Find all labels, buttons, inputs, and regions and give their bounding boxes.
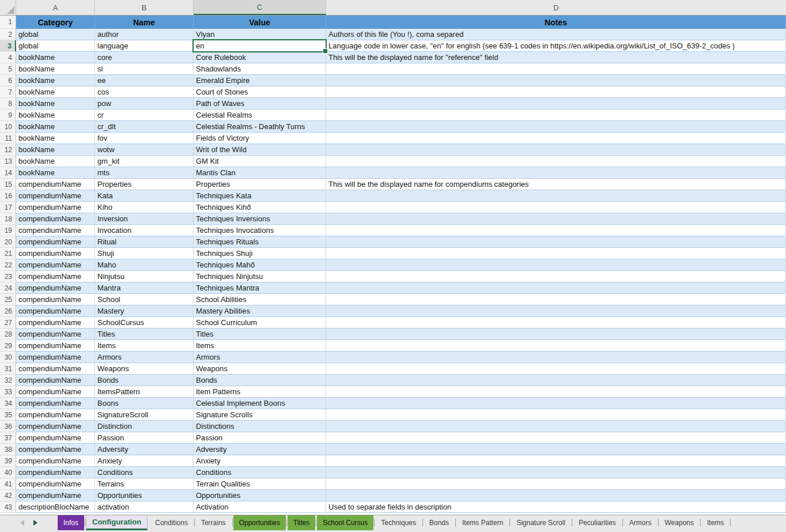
cell-B36[interactable]: Distinction: [95, 421, 194, 432]
cell-B32[interactable]: Bonds: [95, 375, 194, 386]
cell-C16[interactable]: Techniques Kata: [194, 190, 326, 202]
row-header-31[interactable]: 31: [0, 363, 16, 375]
cell-D10[interactable]: [326, 121, 786, 133]
cell-A3[interactable]: global: [16, 40, 95, 52]
cell-D23[interactable]: [326, 271, 786, 282]
row-header-27[interactable]: 27: [0, 317, 16, 329]
cell-A30[interactable]: compendiumName: [16, 352, 95, 363]
cell-C19[interactable]: Techniques Invocations: [194, 225, 326, 236]
cell-D41[interactable]: [326, 478, 786, 490]
cell-D13[interactable]: [326, 156, 786, 167]
sheet-tab-signature-scroll[interactable]: Signature Scroll: [511, 515, 571, 530]
row-header-3[interactable]: 3: [0, 40, 16, 52]
sheet-tab-infos[interactable]: Infos: [58, 515, 84, 530]
cell-D42[interactable]: [326, 490, 786, 501]
row-header-37[interactable]: 37: [0, 432, 16, 444]
cell-B5[interactable]: sl: [95, 63, 194, 75]
cell-A5[interactable]: bookName: [16, 63, 95, 75]
cell-A22[interactable]: compendiumName: [16, 259, 95, 271]
row-header-4[interactable]: 4: [0, 52, 16, 63]
cell-D38[interactable]: [326, 444, 786, 455]
cell-D8[interactable]: [326, 98, 786, 110]
cell-D6[interactable]: [326, 75, 786, 86]
row-header-43[interactable]: 43: [0, 501, 16, 513]
cell-A21[interactable]: compendiumName: [16, 248, 95, 259]
cell-D3[interactable]: Language code in lower case, "en" for en…: [326, 40, 786, 52]
row-header-35[interactable]: 35: [0, 409, 16, 421]
cell-D43[interactable]: Used to separate fields in description: [326, 501, 786, 513]
cell-B31[interactable]: Weapons: [95, 363, 194, 375]
cell-B10[interactable]: cr_dlt: [95, 121, 194, 133]
row-header-22[interactable]: 22: [0, 259, 16, 271]
cell-A26[interactable]: compendiumName: [16, 305, 95, 317]
cell-A23[interactable]: compendiumName: [16, 271, 95, 282]
cell-C21[interactable]: Techniques Shuji: [194, 248, 326, 259]
cell-B28[interactable]: Titles: [95, 329, 194, 340]
cell-C14[interactable]: Mantis Clan: [194, 167, 326, 179]
scroll-tabs-right-icon[interactable]: [33, 520, 37, 526]
cell-D29[interactable]: [326, 340, 786, 352]
cell-B14[interactable]: mts: [95, 167, 194, 179]
cell-D32[interactable]: [326, 375, 786, 386]
cell-A28[interactable]: compendiumName: [16, 329, 95, 340]
row-header-24[interactable]: 24: [0, 282, 16, 294]
cell-C8[interactable]: Path of Waves: [194, 98, 326, 110]
cell-C32[interactable]: Bonds: [194, 375, 326, 386]
select-all-corner[interactable]: [0, 0, 16, 15]
cell-B11[interactable]: fov: [95, 133, 194, 144]
cell-A15[interactable]: compendiumName: [16, 179, 95, 190]
cell-D2[interactable]: Authors of this file (You !), coma separ…: [326, 29, 786, 40]
cell-C15[interactable]: Properties: [194, 179, 326, 190]
cell-B3[interactable]: language: [95, 40, 194, 52]
cell-A13[interactable]: bookName: [16, 156, 95, 167]
column-header-B[interactable]: B: [95, 0, 194, 15]
cell-D39[interactable]: [326, 455, 786, 467]
row-header-36[interactable]: 36: [0, 421, 16, 432]
cell-B23[interactable]: Ninjutsu: [95, 271, 194, 282]
cell-A38[interactable]: compendiumName: [16, 444, 95, 455]
cell-B18[interactable]: Inversion: [95, 213, 194, 225]
cell-B13[interactable]: gm_kit: [95, 156, 194, 167]
cell-C17[interactable]: Techniques Kihő: [194, 202, 326, 213]
row-header-8[interactable]: 8: [0, 98, 16, 110]
cell-C41[interactable]: Terrain Qualities: [194, 478, 326, 490]
cell-B17[interactable]: Kiho: [95, 202, 194, 213]
cell-A37[interactable]: compendiumName: [16, 432, 95, 444]
cell-D26[interactable]: [326, 305, 786, 317]
cell-C24[interactable]: Techniques Mantra: [194, 282, 326, 294]
cell-B16[interactable]: Kata: [95, 190, 194, 202]
cell-B30[interactable]: Armors: [95, 352, 194, 363]
cell-A19[interactable]: compendiumName: [16, 225, 95, 236]
cell-D4[interactable]: This will be the displayed name for "ref…: [326, 52, 786, 63]
cell-C20[interactable]: Techniques Rituals: [194, 236, 326, 248]
cell-B7[interactable]: cos: [95, 86, 194, 98]
cell-D40[interactable]: [326, 467, 786, 478]
cell-D18[interactable]: [326, 213, 786, 225]
sheet-tab-items-pattern[interactable]: Items Pattern: [456, 515, 509, 530]
sheet-tab-techniques[interactable]: Techniques: [375, 515, 422, 530]
cell-A2[interactable]: global: [16, 29, 95, 40]
row-header-19[interactable]: 19: [0, 225, 16, 236]
cell-B12[interactable]: wotw: [95, 144, 194, 156]
row-header-42[interactable]: 42: [0, 490, 16, 501]
cell-C31[interactable]: Weapons: [194, 363, 326, 375]
cell-D16[interactable]: [326, 190, 786, 202]
header-cell-value[interactable]: Value: [194, 16, 326, 29]
cell-D33[interactable]: [326, 386, 786, 398]
row-header-17[interactable]: 17: [0, 202, 16, 213]
row-header-26[interactable]: 26: [0, 305, 16, 317]
cell-B33[interactable]: ItemsPattern: [95, 386, 194, 398]
row-header-28[interactable]: 28: [0, 329, 16, 340]
cell-C33[interactable]: Item Patterns: [194, 386, 326, 398]
cell-C27[interactable]: School Curriculum: [194, 317, 326, 329]
sheet-tab-armors[interactable]: Armors: [623, 515, 657, 530]
cell-C26[interactable]: Mastery Abilities: [194, 305, 326, 317]
sheet-tab-terrains[interactable]: Terrains: [195, 515, 232, 530]
cell-C2[interactable]: Vlyan: [194, 29, 326, 40]
cell-C12[interactable]: Writ of the Wild: [194, 144, 326, 156]
cell-B26[interactable]: Mastery: [95, 305, 194, 317]
cell-B38[interactable]: Adversity: [95, 444, 194, 455]
cell-B22[interactable]: Maho: [95, 259, 194, 271]
sheet-tab-weapons[interactable]: Weapons: [659, 515, 700, 530]
cell-C39[interactable]: Anxiety: [194, 455, 326, 467]
